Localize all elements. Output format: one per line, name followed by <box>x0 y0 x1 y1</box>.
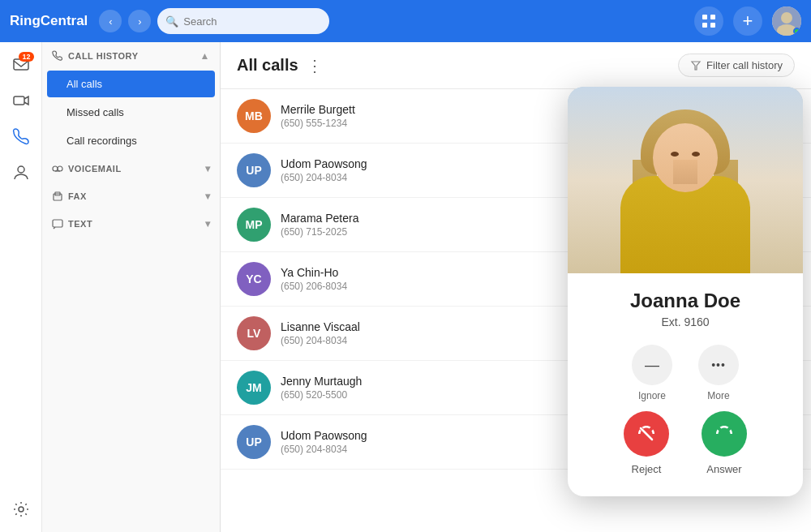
sidebar: CALL HISTORY ▲ All calls Missed calls Ca… <box>42 42 221 532</box>
eye-right <box>692 152 700 157</box>
main-call-actions: Reject Answer <box>581 411 790 483</box>
svg-rect-0 <box>702 15 707 19</box>
video-icon <box>12 92 30 109</box>
svg-point-9 <box>18 166 24 173</box>
caller-illustration <box>568 87 803 273</box>
reject-label: Reject <box>632 463 662 475</box>
app-logo: RingCentral <box>10 13 88 29</box>
chevron-down-voicemail-icon: ▾ <box>205 163 211 174</box>
nav-back-button[interactable]: ‹ <box>99 10 122 32</box>
contacts-icon <box>12 163 30 181</box>
svg-point-12 <box>58 166 62 171</box>
caller-name: Joanna Doe <box>581 290 790 312</box>
messages-badge: 12 <box>19 52 33 62</box>
text-icon <box>52 218 63 230</box>
contacts-nav-item[interactable] <box>5 156 37 188</box>
svg-rect-2 <box>702 23 707 28</box>
page-title: All calls <box>237 56 298 75</box>
content-menu-button[interactable]: ⋮ <box>307 56 323 75</box>
call-avatar: MB <box>237 99 271 133</box>
add-button[interactable]: + <box>733 6 762 36</box>
neck-illustration <box>673 160 697 184</box>
text-label: TEXT <box>68 219 92 229</box>
reject-button[interactable]: Reject <box>624 411 669 475</box>
phone-icon <box>12 127 30 145</box>
svg-line-26 <box>641 428 652 440</box>
chevron-down-text-icon: ▾ <box>205 218 211 230</box>
svg-rect-16 <box>55 197 60 199</box>
icon-bar: 12 <box>0 42 42 532</box>
answer-label: Answer <box>706 463 741 475</box>
svg-rect-3 <box>710 23 715 28</box>
voicemail-label: VOICEMAIL <box>68 164 122 174</box>
voicemail-icon <box>52 163 63 174</box>
more-label: More <box>707 390 729 401</box>
svg-point-11 <box>53 166 58 171</box>
svg-rect-17 <box>53 220 62 227</box>
incoming-call-card: Joanna Doe Ext. 9160 — Ignore ••• More <box>568 87 803 496</box>
call-avatar: YC <box>237 262 271 296</box>
chevron-up-icon: ▲ <box>200 50 210 62</box>
messages-nav-item[interactable]: 12 <box>5 49 37 81</box>
call-avatar: UP <box>237 425 271 459</box>
topbar: RingCentral ‹ › 🔍 + <box>0 0 811 42</box>
search-input[interactable] <box>157 8 329 34</box>
caller-photo <box>568 87 803 273</box>
voicemail-section[interactable]: VOICEMAIL ▾ <box>42 155 220 182</box>
svg-marker-18 <box>692 62 700 70</box>
filter-label: Filter call history <box>706 59 783 71</box>
text-section[interactable]: TEXT ▾ <box>42 210 220 238</box>
filter-icon <box>690 60 702 71</box>
caller-extension: Ext. 9160 <box>581 315 790 328</box>
phone-nav-item[interactable] <box>5 120 37 152</box>
eye-left <box>671 152 679 157</box>
settings-icon <box>12 500 30 518</box>
call-history-label: CALL HISTORY <box>68 51 138 61</box>
phone-small-icon <box>52 50 63 62</box>
svg-rect-8 <box>14 97 24 105</box>
search-icon: 🔍 <box>165 15 178 28</box>
secondary-actions: — Ignore ••• More <box>581 345 790 401</box>
more-button[interactable]: ••• More <box>698 345 739 401</box>
call-history-section[interactable]: CALL HISTORY ▲ <box>42 42 220 70</box>
fax-label: FAX <box>68 191 87 201</box>
sidebar-item-missed-calls[interactable]: Missed calls <box>47 99 215 126</box>
online-status-dot <box>793 28 800 35</box>
fax-icon <box>52 191 63 202</box>
content-header: All calls ⋮ Filter call history <box>221 42 811 89</box>
call-card-overlay: Joanna Doe Ext. 9160 — Ignore ••• More <box>560 42 811 532</box>
answer-icon <box>702 411 747 457</box>
chevron-down-fax-icon: ▾ <box>205 191 211 202</box>
settings-nav-item[interactable] <box>5 493 37 526</box>
sidebar-item-call-recordings[interactable]: Call recordings <box>47 127 215 154</box>
more-icon: ••• <box>698 345 739 385</box>
user-avatar[interactable] <box>772 6 801 36</box>
fax-section[interactable]: FAX ▾ <box>42 182 220 210</box>
call-avatar: UP <box>237 153 271 187</box>
main-layout: 12 <box>0 42 811 532</box>
reject-icon <box>624 411 669 457</box>
call-card-body: Joanna Doe Ext. 9160 — Ignore ••• More <box>568 273 803 496</box>
svg-point-10 <box>19 507 24 512</box>
ignore-button[interactable]: — Ignore <box>632 345 672 401</box>
nav-forward-button[interactable]: › <box>128 10 151 32</box>
call-avatar: MP <box>237 208 271 242</box>
call-avatar: LV <box>237 316 271 350</box>
search-wrapper: 🔍 <box>157 8 418 34</box>
grid-icon <box>702 14 716 28</box>
answer-button[interactable]: Answer <box>702 411 747 475</box>
ignore-icon: — <box>632 345 672 385</box>
sidebar-item-all-calls[interactable]: All calls <box>47 71 215 97</box>
filter-button[interactable]: Filter call history <box>678 54 795 77</box>
ignore-label: Ignore <box>638 390 666 401</box>
grid-icon-button[interactable] <box>694 6 723 36</box>
svg-point-5 <box>781 12 792 24</box>
call-avatar: JM <box>237 371 271 405</box>
svg-rect-1 <box>710 15 715 19</box>
video-nav-item[interactable] <box>5 84 37 117</box>
